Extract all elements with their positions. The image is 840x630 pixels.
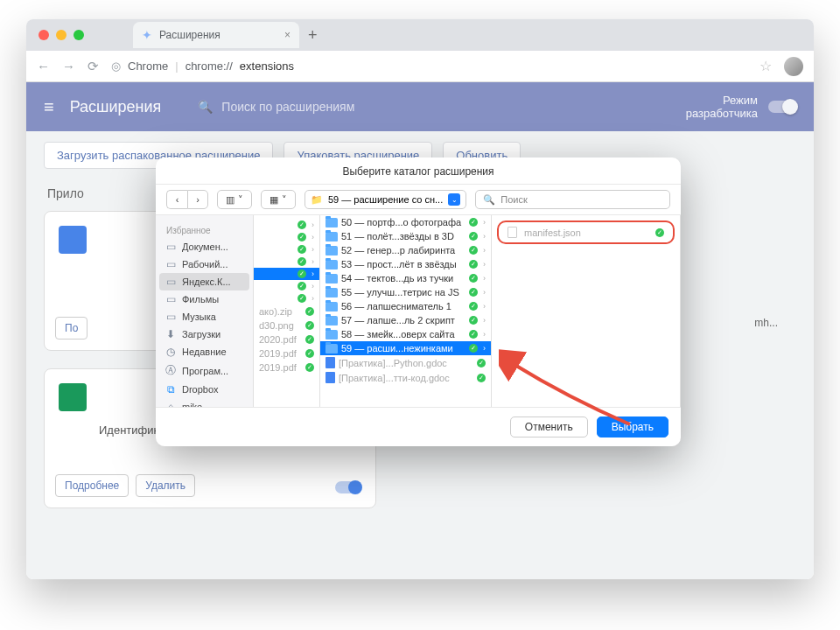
column-2: 50 — портф...о фотографа›51 — полёт...зв… [320, 215, 492, 407]
new-tab-button[interactable]: + [308, 26, 318, 45]
remove-button[interactable]: Удалить [136, 474, 195, 497]
apps-icon: Ⓐ [164, 363, 177, 378]
item-name: [Практика]...Python.gdoc [339, 358, 473, 368]
close-tab-icon[interactable]: × [284, 29, 290, 41]
list-item[interactable]: › [254, 231, 319, 243]
chevron-right-icon: › [483, 260, 486, 269]
list-item[interactable]: › [254, 256, 319, 268]
cancel-button[interactable]: Отменить [510, 416, 588, 438]
download-icon: ⬇ [164, 328, 177, 340]
list-item-selected[interactable]: › [254, 268, 319, 280]
folder-icon: 📁 [311, 194, 323, 206]
list-item[interactable]: 2019.pdf [254, 346, 319, 360]
sync-badge-icon [298, 245, 306, 254]
manifest-filename: manifest.json [524, 228, 648, 238]
address-bar[interactable]: ◎ Chrome | chrome://extensions [111, 60, 747, 73]
folder-row[interactable]: 56 — лапшесниматель 1› [320, 299, 491, 313]
bookmark-icon[interactable]: ☆ [760, 58, 772, 74]
forward-icon[interactable]: → [62, 59, 75, 74]
chevron-right-icon: › [312, 294, 314, 303]
folder-icon: ▭ [164, 293, 177, 305]
sync-badge-icon [305, 363, 314, 372]
chevron-right-icon: › [312, 257, 314, 266]
folder-row[interactable]: 51 — полёт...звёзды в 3D› [320, 229, 491, 243]
sidebar-item-yandex[interactable]: ▭Яндекс.К... [159, 273, 249, 290]
site-info-icon[interactable]: ◎ [111, 60, 121, 73]
folder-row[interactable]: 58 — змейк...оверх сайта› [320, 327, 491, 341]
folder-row[interactable]: [Практика]...Python.gdoc [320, 355, 491, 370]
extension-toggle[interactable] [335, 481, 361, 494]
sync-badge-icon [298, 282, 306, 290]
chevron-right-icon: › [483, 344, 486, 353]
path-dropdown[interactable]: 📁 59 — расширение со сн... ⌄ [304, 190, 466, 209]
list-item[interactable]: 2019.pdf [254, 360, 319, 374]
dialog-search[interactable]: 🔍 Поиск [475, 190, 670, 209]
card-details-button[interactable]: По [55, 317, 88, 340]
folder-row[interactable]: 55 — улучш...тетрис на JS› [320, 285, 491, 299]
list-item[interactable]: › [254, 219, 319, 231]
sidebar-item-dropbox[interactable]: ⧉Dropbox [156, 381, 253, 398]
folder-icon [326, 288, 338, 298]
close-window-icon[interactable] [38, 30, 49, 40]
sync-badge-icon [477, 374, 486, 382]
page-title: Расширения [70, 98, 162, 116]
view-group-button[interactable]: ▦ ˅ [261, 190, 296, 209]
list-item[interactable]: › [254, 243, 319, 256]
zoom-window-icon[interactable] [74, 30, 84, 40]
folder-row[interactable]: [Практика]...тти-код.gdoc [320, 370, 491, 385]
list-item[interactable]: › [254, 292, 319, 304]
sidebar-item-desktop[interactable]: ▭Рабочий... [156, 256, 253, 273]
forward-button[interactable]: › [187, 190, 208, 209]
sidebar-item-music[interactable]: ▭Музыка [156, 308, 253, 326]
back-button[interactable]: ‹ [166, 190, 187, 209]
back-icon[interactable]: ← [37, 59, 50, 74]
extensions-search[interactable]: 🔍 Поиск по расширениям [189, 92, 430, 122]
sync-badge-icon [298, 233, 306, 242]
browser-tab[interactable]: ✦ Расширения × [133, 22, 299, 48]
sidebar-item-recents[interactable]: ◷Недавние [156, 343, 253, 360]
sidebar-item-documents[interactable]: ▭Докумен... [156, 238, 253, 256]
item-name: 55 — улучш...тетрис на JS [341, 287, 466, 298]
details-button[interactable]: Подробнее [55, 474, 129, 497]
window-controls[interactable] [35, 30, 89, 40]
chevron-right-icon: › [483, 232, 486, 241]
folder-icon: ▭ [164, 258, 177, 270]
clock-icon: ◷ [164, 346, 177, 358]
folder-row[interactable]: 52 — генер...р лабиринта› [320, 243, 491, 257]
column-3: manifest.json [492, 215, 681, 407]
sync-badge-icon [469, 302, 478, 311]
list-item[interactable]: ако).zip [254, 304, 319, 318]
chevron-right-icon: › [312, 282, 314, 290]
profile-avatar[interactable] [784, 57, 803, 76]
reload-icon[interactable]: ⟳ [88, 59, 99, 74]
choose-button[interactable]: Выбрать [597, 416, 668, 438]
chevron-right-icon: › [312, 220, 314, 229]
folder-row[interactable]: 57 — лапше...ль 2 скрипт› [320, 313, 491, 327]
dev-mode-toggle[interactable] [768, 101, 796, 113]
sync-badge-icon [305, 349, 314, 358]
list-item[interactable]: › [254, 280, 319, 292]
minimize-window-icon[interactable] [56, 30, 66, 40]
sidebar-item-movies[interactable]: ▭Фильмы [156, 290, 253, 308]
sidebar-item-applications[interactable]: ⒶПрограм... [156, 360, 253, 381]
address-bar-row: ← → ⟳ ◎ Chrome | chrome://extensions ☆ [26, 51, 814, 82]
folder-icon: ▭ [164, 241, 177, 253]
folder-row[interactable]: 50 — портф...о фотографа› [320, 215, 491, 229]
app-icon [59, 226, 87, 254]
folder-row-selected[interactable]: 59 — расши...нежинками› [320, 341, 491, 355]
view-columns-button[interactable]: ▥ ˅ [217, 190, 252, 209]
list-item[interactable]: 2020.pdf [254, 332, 319, 346]
file-open-dialog: Выберите каталог расширения ‹ › ▥ ˅ ▦ ˅ … [156, 158, 681, 446]
item-name: 57 — лапше...ль 2 скрипт [341, 315, 466, 326]
list-item[interactable]: d30.png [254, 318, 319, 332]
folder-row[interactable]: 53 — прост...лёт в звёзды› [320, 257, 491, 271]
menu-icon[interactable]: ≡ [44, 97, 54, 117]
search-placeholder: Поиск [500, 194, 527, 205]
item-name: 54 — тектов...дь из тучки [341, 273, 466, 284]
folder-row[interactable]: 54 — тектов...дь из тучки› [320, 271, 491, 285]
sidebar-item-downloads[interactable]: ⬇Загрузки [156, 326, 253, 343]
extensions-header: ≡ Расширения 🔍 Поиск по расширениям Режи… [26, 82, 814, 131]
sync-badge-icon [469, 330, 478, 339]
sync-badge-icon [305, 335, 314, 344]
sidebar-item-home[interactable]: ⌂mike [156, 398, 253, 407]
